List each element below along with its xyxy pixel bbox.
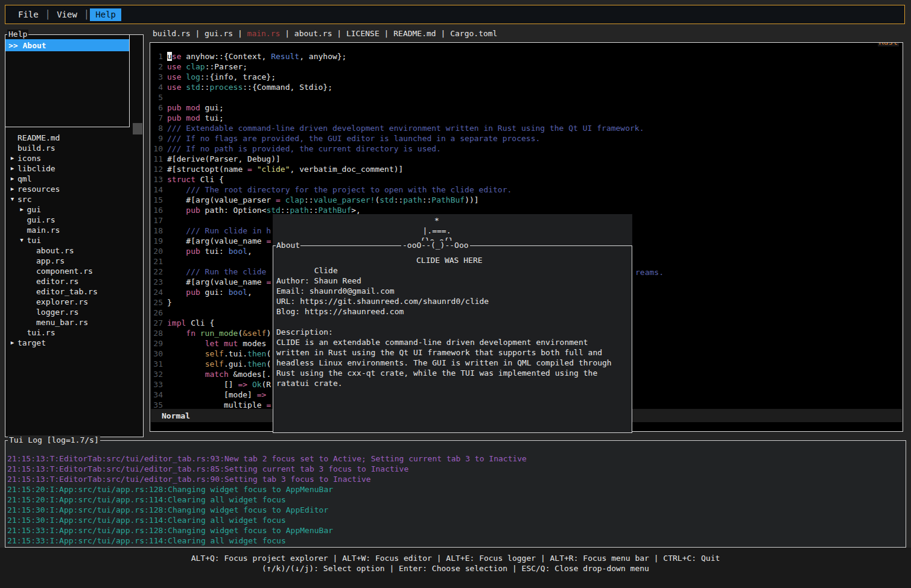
about-popup-line: URL: https://git.shaunreed.com/shaunrd0/…: [276, 296, 629, 306]
about-name-row: Clide CLIDE WAS HERE: [276, 255, 629, 265]
tree-item-gui[interactable]: ▶gui: [6, 204, 142, 215]
code-line[interactable]: 7pub mod tui;: [151, 113, 902, 123]
help-menu-item-about[interactable]: >> About: [5, 39, 129, 51]
about-popup-line: headless Linux environments. The GUI is …: [276, 358, 629, 368]
log-entry: 21:15:13:T:EditorTab:src/tui/editor_tab.…: [7, 454, 904, 464]
line-number: 10: [151, 144, 163, 154]
triangle-down-icon[interactable]: ▼: [17, 235, 27, 245]
log-entry: 21:15:20:I:App:src/tui/app.rs:114:Cleari…: [7, 495, 904, 505]
tree-item-label: README.md: [17, 133, 60, 143]
triangle-right-icon[interactable]: ▶: [7, 153, 17, 163]
code-line[interactable]: 11#[derive(Parser, Debug)]: [151, 154, 902, 164]
tree-item-build.rs[interactable]: build.rs: [6, 143, 142, 153]
tree-item-qml[interactable]: ▶qml: [6, 174, 142, 184]
triangle-down-icon[interactable]: ▼: [7, 194, 17, 204]
tree-item-label: main.rs: [27, 225, 60, 235]
about-popup-line: Email: shaunrd0@gmail.com: [276, 286, 629, 296]
triangle-right-icon[interactable]: ▶: [7, 338, 17, 348]
tab-about.rs[interactable]: about.rs: [294, 28, 332, 39]
triangle-right-icon[interactable]: ▶: [7, 163, 17, 174]
log-entry: 21:15:13:T:EditorTab:src/tui/editor_tab.…: [7, 474, 904, 484]
code-line[interactable]: 1use anyhow::{Context, Result, anyhow};: [151, 51, 902, 62]
tree-item-gui.rs[interactable]: gui.rs: [6, 215, 142, 225]
menu-item-view[interactable]: View: [51, 8, 83, 21]
tree-item-README.md[interactable]: README.md: [6, 133, 142, 143]
line-number: 1: [151, 51, 163, 62]
code-line[interactable]: 10/// If no path is provided, the curren…: [151, 144, 902, 154]
code-line[interactable]: 6pub mod gui;: [151, 103, 902, 113]
tree-item-app.rs[interactable]: app.rs: [6, 256, 142, 266]
log-panel: Tui Log [log=1.7/s] 21:15:13:T:EditorTab…: [5, 440, 906, 548]
tree-item-about.rs[interactable]: about.rs: [6, 245, 142, 256]
about-app-name: Clide: [314, 266, 338, 275]
about-popup-box: About -ooO--(_)--Ooo Clide CLIDE WAS HER…: [273, 245, 632, 433]
ascii-art-border: -ooO--(_)--Ooo: [401, 241, 470, 250]
line-number: 11: [151, 154, 163, 164]
tab-LICENSE[interactable]: LICENSE: [346, 28, 379, 39]
tree-item-label: target: [17, 338, 46, 348]
tab-gui.rs[interactable]: gui.rs: [205, 28, 233, 39]
code-line[interactable]: 2use clap::Parser;: [151, 62, 902, 72]
about-popup-line: ratatui crate.: [276, 378, 629, 388]
code-line[interactable]: 4use std::process::{Command, Stdio};: [151, 82, 902, 92]
code-line[interactable]: 5: [151, 92, 902, 103]
tree-item-tui.rs[interactable]: tui.rs: [6, 327, 142, 338]
tree-item-label: gui: [27, 204, 41, 215]
menu-item-help[interactable]: Help: [90, 8, 121, 21]
tree-item-label: qml: [17, 174, 31, 184]
menu-separator: │: [83, 10, 90, 20]
triangle-right-icon[interactable]: ▶: [7, 184, 17, 194]
about-popup: *|.===.{}o o{} About -ooO--(_)--Ooo Clid…: [273, 214, 632, 433]
tree-item-menu_bar.rs[interactable]: menu_bar.rs: [6, 317, 142, 327]
editor-tab-bar: build.rs | gui.rs | main.rs | about.rs |…: [153, 28, 497, 39]
line-number: 3: [151, 72, 163, 82]
tree-item-main.rs[interactable]: main.rs: [6, 225, 142, 235]
about-popup-line: Author: Shaun Reed: [276, 276, 629, 286]
line-number: 29: [151, 338, 163, 349]
tree-item-label: logger.rs: [36, 307, 78, 317]
log-lines: 21:15:13:T:EditorTab:src/tui/editor_tab.…: [7, 454, 904, 546]
line-number: 12: [151, 164, 163, 174]
tree-item-resources[interactable]: ▶resources: [6, 184, 142, 194]
tab-separator: |: [436, 28, 450, 39]
tree-item-component.rs[interactable]: component.rs: [6, 266, 142, 276]
log-entry: 21:15:20:I:App:src/tui/app.rs:128:Changi…: [7, 484, 904, 495]
code-line[interactable]: 15 #[arg(value_parser = clap::value_pars…: [151, 195, 902, 205]
code-line[interactable]: 14 /// The root directory for the projec…: [151, 185, 902, 195]
code-line[interactable]: 9/// If no flags are provided, the GUI e…: [151, 133, 902, 144]
line-number: 8: [151, 123, 163, 133]
line-number: 9: [151, 133, 163, 144]
tree-item-tui[interactable]: ▼tui: [6, 235, 142, 245]
tree-item-src[interactable]: ▼src: [6, 194, 142, 204]
tree-item-logger.rs[interactable]: logger.rs: [6, 307, 142, 317]
tree-item-editor.rs[interactable]: editor.rs: [6, 276, 142, 286]
tab-separator: |: [233, 28, 247, 39]
tree-item-explorer.rs[interactable]: explorer.rs: [6, 297, 142, 307]
tree-item-libclide[interactable]: ▶libclide: [6, 163, 142, 174]
log-entry: 21:15:13:T:EditorTab:src/tui/editor_tab.…: [7, 464, 904, 474]
code-line[interactable]: 8/// Extendable command-line driven deve…: [151, 123, 902, 133]
triangle-right-icon[interactable]: ▶: [7, 174, 17, 184]
tree-item-editor_tab.rs[interactable]: editor_tab.rs: [6, 286, 142, 297]
tab-README.md[interactable]: README.md: [393, 28, 436, 39]
line-number: 27: [151, 318, 163, 328]
help-dropdown-menu: Help >> About: [5, 34, 130, 127]
code-line[interactable]: 12#[structopt(name = "clide", verbatim_d…: [151, 164, 902, 174]
tab-main.rs[interactable]: main.rs: [247, 28, 281, 39]
tab-Cargo.toml[interactable]: Cargo.toml: [450, 28, 497, 39]
menu-item-file[interactable]: File: [13, 8, 44, 21]
line-number: 34: [151, 390, 163, 400]
about-popup-line: Blog: https://shaunreed.com: [276, 306, 629, 317]
tree-item-target[interactable]: ▶target: [6, 338, 142, 348]
triangle-right-icon[interactable]: ▶: [17, 204, 27, 215]
code-line[interactable]: 3use log::{info, trace};: [151, 72, 902, 82]
explorer-scrollbar-thumb[interactable]: [133, 123, 142, 134]
tree-item-label: libclide: [17, 163, 56, 174]
tab-build.rs[interactable]: build.rs: [153, 28, 191, 39]
code-line[interactable]: 13struct Cli {: [151, 174, 902, 185]
tree-item-label: gui.rs: [27, 215, 56, 225]
line-number: 24: [151, 287, 163, 297]
line-number: 15: [151, 195, 163, 205]
tree-item-icons[interactable]: ▶icons: [6, 153, 142, 163]
tree-item-label: src: [17, 194, 31, 204]
